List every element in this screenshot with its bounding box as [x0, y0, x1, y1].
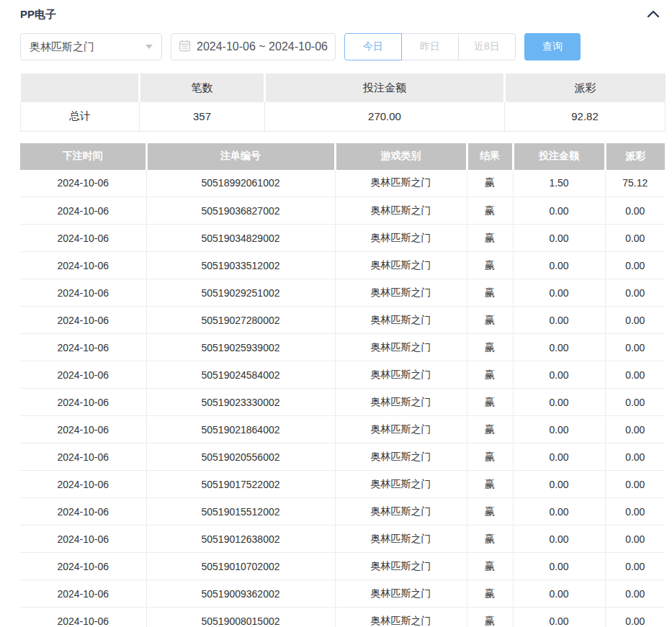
cell-bet-time: 2024-10-06	[20, 252, 146, 279]
cell-result: 赢	[467, 416, 513, 443]
cell-payout: 0.00	[605, 443, 665, 471]
col-header-bet-amount: 投注金额	[513, 143, 605, 170]
table-row: 2024-10-0650519027280002奥林匹斯之门赢0.000.00	[20, 307, 665, 334]
table-row: 2024-10-0650519025939002奥林匹斯之门赢0.000.00	[20, 334, 665, 361]
cell-result: 赢	[467, 471, 513, 498]
summary-header-count: 笔数	[140, 73, 265, 102]
panel-header: PP电子	[20, 6, 665, 23]
cell-result: 赢	[467, 252, 513, 279]
cell-payout: 0.00	[605, 580, 665, 608]
cell-payout: 75.12	[605, 170, 665, 197]
cell-bet-time: 2024-10-06	[20, 389, 146, 416]
cell-result: 赢	[467, 279, 513, 307]
cell-bet-id: 50519010702002	[146, 553, 335, 580]
table-row: 2024-10-0650519024584002奥林匹斯之门赢0.000.00	[20, 361, 665, 389]
table-row: 2024-10-0650519012638002奥林匹斯之门赢0.000.00	[20, 525, 665, 553]
summary-total-label: 总计	[21, 102, 140, 131]
summary-total-bet: 270.00	[265, 102, 505, 131]
cell-result: 赢	[467, 525, 513, 553]
cell-game-type: 奥林匹斯之门	[335, 307, 467, 334]
query-button[interactable]: 查询	[524, 33, 581, 60]
cell-bet-id: 50519020556002	[146, 443, 335, 471]
cell-result: 赢	[467, 334, 513, 361]
cell-payout: 0.00	[605, 389, 665, 416]
records-header-row: 下注时间 注单编号 游戏类别 结果 投注金额 派彩	[20, 143, 665, 170]
cell-game-type: 奥林匹斯之门	[335, 416, 467, 443]
cell-bet-amount: 0.00	[513, 416, 605, 443]
cell-game-type: 奥林匹斯之门	[335, 471, 467, 498]
cell-bet-amount: 0.00	[513, 443, 605, 471]
cell-game-type: 奥林匹斯之门	[335, 279, 467, 307]
cell-game-type: 奥林匹斯之门	[335, 553, 467, 580]
table-row: 2024-10-0650519036827002奥林匹斯之门赢0.000.00	[20, 197, 665, 225]
cell-bet-amount: 0.00	[513, 553, 605, 580]
cell-result: 赢	[467, 307, 513, 334]
cell-payout: 0.00	[605, 525, 665, 553]
cell-bet-amount: 0.00	[513, 471, 605, 498]
table-row: 2024-10-0650519009362002奥林匹斯之门赢0.000.00	[20, 580, 665, 608]
cell-bet-amount: 0.00	[513, 307, 605, 334]
cell-bet-time: 2024-10-06	[20, 197, 146, 225]
cell-bet-id: 50519017522002	[146, 471, 335, 498]
cell-bet-time: 2024-10-06	[20, 170, 146, 197]
bet-records-table: 下注时间 注单编号 游戏类别 结果 投注金额 派彩 2024-10-065051…	[20, 143, 665, 627]
last8days-button[interactable]: 近8日	[458, 33, 516, 60]
cell-bet-amount: 1.50	[513, 170, 605, 197]
cell-bet-amount: 0.00	[513, 608, 605, 627]
cell-game-type: 奥林匹斯之门	[335, 525, 467, 553]
cell-result: 赢	[467, 170, 513, 197]
date-range-value: 2024-10-06 ~ 2024-10-06	[197, 40, 328, 53]
cell-payout: 0.00	[605, 416, 665, 443]
cell-bet-id: 50519008015002	[146, 608, 335, 627]
table-row: 2024-10-0650519008015002奥林匹斯之门赢0.000.00	[20, 608, 665, 627]
cell-bet-id: 50519034829002	[146, 225, 335, 252]
table-row: 2024-10-0650519029251002奥林匹斯之门赢0.000.00	[20, 279, 665, 307]
cell-bet-id: 50519036827002	[146, 197, 335, 225]
summary-total-row: 总计 357 270.00 92.82	[21, 102, 666, 131]
col-header-game-type: 游戏类别	[335, 143, 467, 170]
cell-payout: 0.00	[605, 225, 665, 252]
summary-header-bet: 投注金额	[265, 73, 505, 102]
col-header-bet-time: 下注时间	[20, 143, 146, 170]
cell-bet-id: 50519027280002	[146, 307, 335, 334]
yesterday-button[interactable]: 昨日	[401, 33, 459, 60]
summary-total-payout: 92.82	[505, 102, 666, 131]
summary-header-empty	[21, 73, 140, 102]
cell-bet-time: 2024-10-06	[20, 361, 146, 389]
quick-date-button-group: 今日 昨日 近8日	[344, 33, 516, 60]
cell-bet-time: 2024-10-06	[20, 443, 146, 471]
table-row: 2024-10-0650519017522002奥林匹斯之门赢0.000.00	[20, 471, 665, 498]
filter-bar: 奥林匹斯之门 2024-10-06 ~ 2024-10-06 今日 昨日 近8日	[20, 33, 665, 60]
cell-payout: 0.00	[605, 608, 665, 627]
today-button[interactable]: 今日	[344, 33, 402, 60]
col-header-result: 结果	[467, 143, 513, 170]
date-range-input[interactable]: 2024-10-06 ~ 2024-10-06	[171, 33, 336, 60]
cell-result: 赢	[467, 225, 513, 252]
cell-bet-time: 2024-10-06	[20, 525, 146, 553]
cell-bet-time: 2024-10-06	[20, 471, 146, 498]
table-row: 2024-10-0650519034829002奥林匹斯之门赢0.000.00	[20, 225, 665, 252]
caret-down-icon	[145, 45, 153, 49]
cell-bet-id: 50519025939002	[146, 334, 335, 361]
collapse-button[interactable]	[642, 7, 665, 22]
cell-bet-time: 2024-10-06	[20, 416, 146, 443]
cell-bet-id: 50518992061002	[146, 170, 335, 197]
cell-bet-amount: 0.00	[513, 389, 605, 416]
cell-payout: 0.00	[605, 279, 665, 307]
cell-game-type: 奥林匹斯之门	[335, 361, 467, 389]
table-row: 2024-10-0650518992061002奥林匹斯之门赢1.5075.12	[20, 170, 665, 197]
summary-table: 笔数 投注金额 派彩 总计 357 270.00 92.82	[20, 73, 666, 132]
game-select[interactable]: 奥林匹斯之门	[20, 33, 162, 60]
table-row: 2024-10-0650519021864002奥林匹斯之门赢0.000.00	[20, 416, 665, 443]
table-row: 2024-10-0650519010702002奥林匹斯之门赢0.000.00	[20, 553, 665, 580]
cell-payout: 0.00	[605, 197, 665, 225]
cell-bet-time: 2024-10-06	[20, 553, 146, 580]
cell-game-type: 奥林匹斯之门	[335, 197, 467, 225]
chevron-up-icon	[646, 10, 660, 21]
cell-result: 赢	[467, 580, 513, 608]
cell-game-type: 奥林匹斯之门	[335, 252, 467, 279]
cell-bet-time: 2024-10-06	[20, 307, 146, 334]
cell-bet-amount: 0.00	[513, 334, 605, 361]
cell-game-type: 奥林匹斯之门	[335, 608, 467, 627]
cell-payout: 0.00	[605, 361, 665, 389]
